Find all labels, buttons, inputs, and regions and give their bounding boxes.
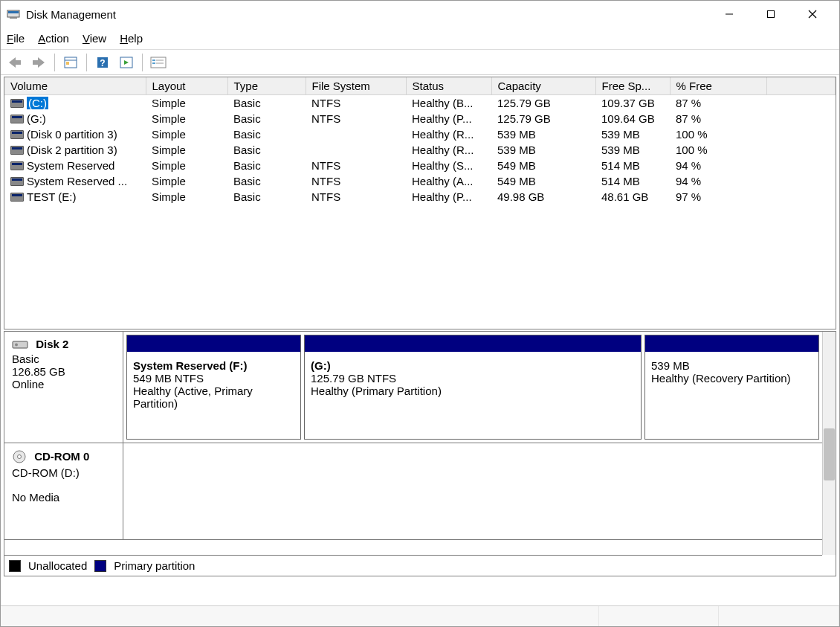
menu-action[interactable]: Action	[38, 32, 69, 45]
volume-cell-layout: Simple	[146, 189, 227, 205]
svg-rect-2	[10, 17, 17, 19]
volume-cell-type: Basic	[227, 173, 306, 189]
volume-cell-capacity: 549 MB	[491, 173, 595, 189]
col-capacity[interactable]: Capacity	[491, 77, 595, 95]
volume-cell-type: Basic	[227, 158, 306, 173]
volume-cell-capacity: 539 MB	[491, 142, 595, 158]
volume-icon	[10, 177, 24, 186]
volume-row[interactable]: TEST (E:)SimpleBasicNTFSHealthy (P...49.…	[4, 189, 836, 205]
list-view-icon[interactable]	[149, 53, 168, 72]
volume-cell-capacity: 539 MB	[491, 126, 595, 142]
volume-cell-capacity: 49.98 GB	[491, 189, 595, 205]
disk-info[interactable]: CD-ROM 0 CD-ROM (D:) No Media	[4, 443, 123, 539]
menu-help[interactable]: Help	[120, 32, 143, 45]
disk-row-disk2[interactable]: Disk 2 Basic 126.85 GB Online System Res…	[4, 332, 822, 443]
legend-label-primary: Primary partition	[114, 559, 195, 572]
volume-icon	[10, 130, 24, 139]
volume-cell-pct: 97 %	[670, 189, 766, 205]
volume-row[interactable]: (Disk 0 partition 3)SimpleBasicHealthy (…	[4, 126, 836, 142]
volume-name: TEST (E:)	[27, 190, 76, 203]
volume-cell-fs: NTFS	[306, 158, 406, 173]
volume-row[interactable]: (Disk 2 partition 3)SimpleBasicHealthy (…	[4, 142, 836, 158]
volume-cell-layout: Simple	[146, 142, 227, 158]
volume-cell-fs: NTFS	[306, 189, 406, 205]
volume-cell-status: Healthy (R...	[406, 126, 491, 142]
volume-cell-status: Healthy (P...	[406, 111, 491, 126]
partition-color-bar	[645, 335, 818, 352]
window-title: Disk Management	[26, 8, 116, 21]
volume-row[interactable]: (G:)SimpleBasicNTFSHealthy (P...125.79 G…	[4, 111, 836, 126]
volume-row[interactable]: (C:)SimpleBasicNTFSHealthy (B...125.79 G…	[4, 95, 836, 112]
volume-name: System Reserved ...	[27, 175, 127, 187]
volume-list[interactable]: Volume Layout Type File System Status Ca…	[4, 77, 836, 329]
help-icon[interactable]: ?	[93, 53, 112, 72]
volume-cell-layout: Simple	[146, 95, 227, 112]
partition-size: 539 MB	[651, 359, 812, 372]
legend-label-unallocated: Unallocated	[28, 559, 87, 572]
volume-cell-fs: NTFS	[306, 111, 406, 126]
svg-point-22	[18, 455, 22, 459]
volume-cell-free: 48.61 GB	[595, 189, 670, 205]
partition-size: 125.79 GB NTFS	[311, 372, 635, 385]
col-spare[interactable]	[766, 77, 836, 95]
partition-box[interactable]: System Reserved (F:)549 MB NTFSHealthy (…	[126, 335, 301, 440]
disk-name: CD-ROM 0	[34, 450, 89, 463]
volume-name: (Disk 0 partition 3)	[27, 128, 117, 141]
nav-back-button[interactable]	[5, 53, 25, 72]
disk-row-cdrom[interactable]: CD-ROM 0 CD-ROM (D:) No Media	[4, 443, 822, 540]
nav-forward-button[interactable]	[29, 53, 48, 72]
volume-cell-fs	[306, 126, 406, 142]
toolbar: ?	[1, 50, 839, 75]
volume-cell-capacity: 125.79 GB	[491, 95, 595, 112]
svg-rect-1	[8, 11, 19, 13]
properties-icon[interactable]	[61, 53, 80, 72]
partition-box[interactable]: 539 MBHealthy (Recovery Partition)	[644, 335, 819, 440]
volume-cell-fs: NTFS	[306, 173, 406, 189]
col-volume[interactable]: Volume	[4, 77, 146, 95]
partition-box[interactable]: (G:)125.79 GB NTFSHealthy (Primary Parti…	[304, 335, 642, 440]
volume-icon	[10, 115, 24, 123]
vertical-scrollbar[interactable]	[822, 332, 836, 555]
volume-cell-pct: 100 %	[670, 142, 766, 158]
volume-cell-status: Healthy (B...	[406, 95, 491, 112]
volume-row[interactable]: System ReservedSimpleBasicNTFSHealthy (S…	[4, 158, 836, 173]
window-titlebar[interactable]: Disk Management	[1, 1, 839, 28]
col-pctfree[interactable]: % Free	[670, 77, 766, 95]
svg-rect-9	[66, 62, 69, 65]
minimize-button[interactable]	[708, 1, 750, 28]
volume-cell-layout: Simple	[146, 158, 227, 173]
menu-file[interactable]: File	[7, 32, 25, 45]
partition-title: System Reserved (F:)	[133, 359, 294, 372]
maximize-button[interactable]	[750, 1, 792, 28]
disk-type: Basic	[12, 353, 115, 365]
cdrom-empty-area	[123, 443, 822, 539]
col-filesystem[interactable]: File System	[306, 77, 406, 95]
scrollbar-thumb[interactable]	[824, 428, 835, 480]
volume-row[interactable]: System Reserved ...SimpleBasicNTFSHealth…	[4, 173, 836, 189]
col-status[interactable]: Status	[406, 77, 491, 95]
menu-view[interactable]: View	[83, 32, 106, 45]
partition-size: 549 MB NTFS	[133, 372, 294, 385]
refresh-icon[interactable]	[117, 53, 136, 72]
volume-cell-capacity: 125.79 GB	[491, 111, 595, 126]
col-layout[interactable]: Layout	[146, 77, 227, 95]
column-header-row[interactable]: Volume Layout Type File System Status Ca…	[4, 77, 836, 95]
statusbar	[1, 605, 839, 626]
svg-rect-16	[156, 60, 164, 61]
partition-title: (G:)	[311, 359, 635, 372]
close-button[interactable]	[792, 1, 833, 28]
col-freespace[interactable]: Free Sp...	[595, 77, 670, 95]
col-type[interactable]: Type	[227, 77, 306, 95]
app-icon	[7, 7, 20, 21]
disk-info[interactable]: Disk 2 Basic 126.85 GB Online	[4, 332, 123, 443]
menubar: File Action View Help	[1, 28, 839, 50]
volume-icon	[10, 161, 24, 170]
disk-type: CD-ROM (D:)	[12, 466, 115, 479]
partition-color-bar	[305, 335, 641, 352]
volume-cell-layout: Simple	[146, 126, 227, 142]
volume-cell-layout: Simple	[146, 111, 227, 126]
volume-cell-fs: NTFS	[306, 95, 406, 112]
disk-icon	[12, 338, 28, 353]
volume-icon	[10, 99, 24, 108]
volume-name: System Reserved	[27, 159, 114, 172]
